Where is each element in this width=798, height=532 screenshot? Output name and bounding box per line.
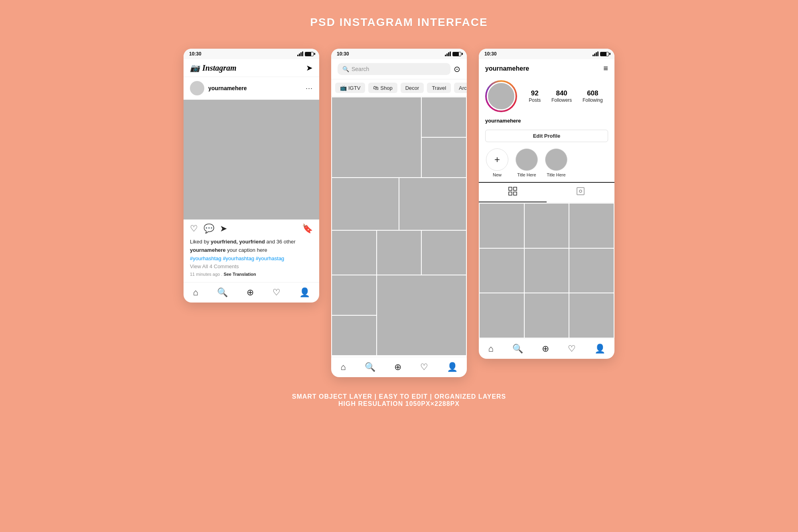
tab-decor[interactable]: Decor — [401, 83, 424, 93]
nav-heart-icon-3[interactable]: ♡ — [568, 344, 576, 354]
explore-cell — [377, 275, 466, 355]
nav-add-icon[interactable]: ⊕ — [247, 287, 254, 298]
grid-item — [525, 249, 569, 293]
battery-icon — [305, 52, 314, 56]
svg-rect-4 — [577, 188, 584, 195]
search-bar[interactable]: 🔍 Search — [338, 63, 450, 75]
post-timestamp: 11 minutes ago . See Translation — [190, 271, 313, 278]
nav-search-icon[interactable]: 🔍 — [217, 287, 228, 298]
search-placeholder: Search — [352, 66, 369, 72]
highlight-2[interactable]: Title Here — [544, 148, 568, 177]
status-bar-2: 10:30 — [331, 49, 467, 59]
status-icons-3 — [593, 51, 609, 56]
grid-item — [525, 204, 569, 248]
qr-icon[interactable]: ⊙ — [454, 64, 460, 74]
post-hashtags[interactable]: #yourhashtag #yourhashtag #yourhastag — [190, 255, 313, 263]
post-caption: yournamehere your caption here — [190, 246, 313, 255]
explore-cell — [332, 97, 421, 177]
profile-info-row: 92 Posts 840 Followers 608 Following — [479, 76, 614, 116]
footer-line1: SMART OBJECT LAYER | EASY TO EDIT | ORGA… — [292, 393, 506, 400]
status-icons-2 — [445, 51, 461, 56]
following-label: Following — [583, 97, 603, 103]
highlight-title-1: Title Here — [517, 172, 536, 177]
nav-home-icon[interactable]: ⌂ — [193, 287, 198, 298]
page-title: PSD INSTAGRAM INTERFACE — [310, 16, 488, 29]
nav-home-icon-3[interactable]: ⌂ — [488, 344, 493, 354]
nav-heart-icon-2[interactable]: ♡ — [420, 362, 428, 372]
profile-stats: 92 Posts 840 Followers 608 Following — [523, 89, 608, 103]
bookmark-icon[interactable]: 🔖 — [302, 223, 313, 234]
nav-home-icon-2[interactable]: ⌂ — [340, 362, 346, 372]
highlight-circle-2 — [545, 148, 567, 171]
comment-icon[interactable]: 💬 — [203, 223, 214, 234]
explore-cell — [332, 316, 376, 355]
highlight-1[interactable]: Title Here — [515, 148, 539, 177]
tab-tagged[interactable] — [547, 183, 614, 202]
category-tabs: 📺 IGTV 🛍 Shop Decor Travel Architecture — [331, 79, 467, 97]
highlight-add[interactable]: + New — [485, 148, 509, 177]
stat-following[interactable]: 608 Following — [583, 89, 603, 103]
nav-search-icon-2[interactable]: 🔍 — [365, 362, 375, 372]
view-comments[interactable]: View All 4 Comments — [190, 263, 313, 271]
profile-grid — [479, 203, 614, 338]
share-icon[interactable]: ➤ — [220, 223, 227, 234]
camera-icon: 📷 — [190, 63, 200, 73]
nav-search-icon-3[interactable]: 🔍 — [512, 344, 523, 354]
tab-shop[interactable]: 🛍 Shop — [368, 83, 397, 93]
liked-by-text: Liked by yourfriend, yourfriend and 36 o… — [190, 238, 313, 246]
tab-grid[interactable] — [479, 183, 547, 202]
nav-profile-icon-3[interactable]: 👤 — [595, 344, 605, 354]
tab-travel[interactable]: Travel — [427, 83, 451, 93]
profile-avatar-wrap — [485, 80, 517, 112]
nav-add-icon-2[interactable]: ⊕ — [394, 362, 401, 372]
signal-icon-3 — [593, 51, 598, 56]
grid-item — [525, 293, 569, 338]
status-time-1: 10:30 — [189, 51, 201, 57]
explore-cell — [422, 138, 466, 177]
phone-explore: 10:30 🔍 Search ⊙ 📺 IGTV — [331, 49, 467, 377]
bottom-nav-1: ⌂ 🔍 ⊕ ♡ 👤 — [184, 282, 319, 303]
svg-rect-0 — [509, 187, 512, 190]
shop-label: Shop — [380, 85, 392, 91]
grid-item — [569, 204, 614, 248]
explore-cell — [377, 231, 421, 275]
grid-item — [480, 204, 524, 248]
nav-profile-icon[interactable]: 👤 — [299, 287, 310, 298]
following-count: 608 — [583, 89, 603, 97]
footer: SMART OBJECT LAYER | EASY TO EDIT | ORGA… — [292, 393, 506, 407]
profile-tabs — [479, 183, 614, 203]
nav-heart-icon[interactable]: ♡ — [273, 287, 280, 298]
hamburger-icon[interactable]: ≡ — [603, 64, 608, 73]
nav-add-icon-3[interactable]: ⊕ — [542, 344, 549, 354]
grid-item — [480, 293, 524, 338]
status-time-3: 10:30 — [484, 51, 497, 57]
battery-icon-2 — [452, 52, 461, 56]
post-actions-bar: ♡ 💬 ➤ 🔖 — [184, 220, 319, 238]
feed-header: 📷 Instagram ➤ — [184, 59, 319, 77]
svg-rect-2 — [509, 192, 512, 195]
post-more-icon[interactable]: ··· — [306, 84, 313, 93]
explore-cell — [332, 231, 376, 275]
posts-label: Posts — [529, 97, 541, 103]
bottom-nav-3: ⌂ 🔍 ⊕ ♡ 👤 — [479, 338, 614, 359]
post-username: yournamehere — [208, 85, 247, 91]
svg-point-5 — [579, 190, 582, 192]
profile-handle: yournamehere — [485, 65, 529, 72]
stat-followers[interactable]: 840 Followers — [551, 89, 572, 103]
highlight-new-label: New — [493, 172, 502, 177]
highlight-title-2: Title Here — [547, 172, 565, 177]
nav-profile-icon-2[interactable]: 👤 — [447, 362, 458, 372]
posts-count: 92 — [529, 89, 541, 97]
phone-profile: 10:30 yournamehere ≡ — [479, 49, 614, 359]
decor-label: Decor — [405, 85, 419, 91]
tab-architecture[interactable]: Architecture — [454, 83, 467, 93]
bio-username: yournamehere — [485, 118, 521, 124]
profile-avatar-ring — [485, 80, 517, 112]
edit-profile-button[interactable]: Edit Profile — [485, 130, 608, 142]
post-header: yournamehere ··· — [184, 77, 319, 100]
like-icon[interactable]: ♡ — [190, 223, 198, 234]
explore-cell — [332, 178, 399, 230]
tab-igtv[interactable]: 📺 IGTV — [335, 83, 365, 93]
phones-container: 10:30 📷 Instagram ➤ yournamehere ··· — [160, 49, 638, 377]
direct-message-icon[interactable]: ➤ — [306, 63, 313, 73]
